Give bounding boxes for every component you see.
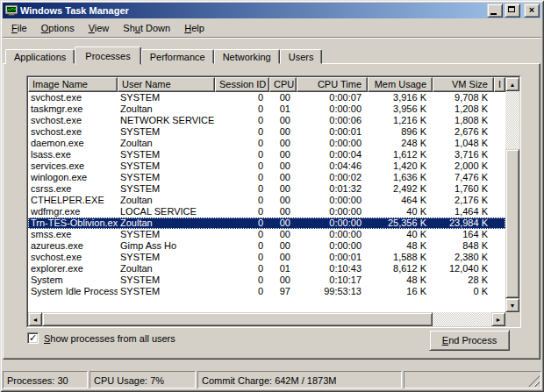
table-cell: 0:00:04 bbox=[297, 149, 368, 160]
menu-view-accel: V bbox=[89, 23, 95, 33]
table-row[interactable]: svchost.exeSYSTEM0000:00:01896 K2,676 K bbox=[28, 126, 505, 138]
table-cell: Zoultan bbox=[118, 263, 215, 274]
table-row[interactable]: SystemSYSTEM0000:10:1748 K28 K bbox=[28, 274, 505, 286]
scroll-right-button[interactable]: ► bbox=[491, 312, 505, 326]
column-header-session-id[interactable]: Session ID bbox=[215, 77, 269, 92]
table-row[interactable]: csrss.exeSYSTEM0000:01:322,492 K1,760 K bbox=[28, 183, 505, 195]
show-all-users-checkbox[interactable]: ✓ bbox=[27, 332, 39, 344]
table-cell: Gimp Ass Ho bbox=[118, 240, 215, 252]
column-header-image-name[interactable]: Image Name bbox=[28, 77, 118, 92]
column-header-mem-usage[interactable]: Mem Usage bbox=[368, 77, 433, 92]
horizontal-scrollbar[interactable]: ◄ ► bbox=[28, 312, 505, 326]
status-cpu-usage: CPU Usage: 7% bbox=[89, 371, 196, 388]
column-header-user-name[interactable]: User Name bbox=[118, 77, 215, 92]
table-cell: 0 bbox=[215, 126, 269, 138]
table-cell: services.exe bbox=[28, 160, 118, 172]
table-cell bbox=[494, 126, 505, 138]
table-row[interactable]: svchost.exeSYSTEM0000:00:073,916 K9,708 … bbox=[28, 92, 505, 103]
menu-options[interactable]: Options bbox=[34, 21, 82, 35]
table-row[interactable]: CTHELPER.EXEZoultan0000:00:00464 K2,176 … bbox=[28, 195, 505, 206]
table-cell: 248 K bbox=[368, 138, 433, 149]
table-row[interactable]: daemon.exeZoultan0000:00:00248 K1,048 K bbox=[28, 138, 505, 149]
table-cell: 0:00:00 bbox=[297, 217, 368, 229]
menu-file[interactable]: File bbox=[4, 21, 34, 35]
table-cell: 0 bbox=[215, 92, 269, 103]
tab-users[interactable]: Users bbox=[280, 49, 323, 64]
table-cell: 1,588 K bbox=[368, 252, 433, 263]
table-row[interactable]: taskmgr.exeZoultan0010:00:003,956 K1,208… bbox=[28, 103, 505, 115]
table-row[interactable]: wdfmgr.exeLOCAL SERVICE0000:00:0040 K1,4… bbox=[28, 206, 505, 217]
table-cell: 00 bbox=[269, 183, 297, 195]
menu-view-rest: iew bbox=[95, 23, 110, 33]
tab-processes[interactable]: Processes bbox=[75, 46, 140, 65]
table-cell: 0 bbox=[215, 263, 269, 274]
resize-grip-icon[interactable] bbox=[528, 375, 540, 387]
table-cell: 1,464 K bbox=[433, 206, 494, 217]
table-cell: 0:10:17 bbox=[297, 274, 368, 286]
column-header-cpu-time[interactable]: CPU Time bbox=[297, 77, 368, 92]
table-row[interactable]: explorer.exeZoultan0010:10:438,612 K12,0… bbox=[28, 263, 505, 274]
arrow-up-icon: ▲ bbox=[510, 82, 516, 88]
table-body: svchost.exeSYSTEM0000:00:073,916 K9,708 … bbox=[28, 92, 505, 312]
title-bar: Windows Task Manager × bbox=[3, 3, 541, 18]
table-cell bbox=[494, 229, 505, 240]
table-row[interactable]: svchost.exeNETWORK SERVICE0000:00:061,21… bbox=[28, 115, 505, 126]
task-manager-window: Windows Task Manager × File Options View… bbox=[0, 0, 544, 392]
menu-help[interactable]: Help bbox=[177, 21, 211, 35]
tab-strip: Applications Processes Performance Netwo… bbox=[5, 46, 322, 64]
table-row[interactable]: azureus.exeGimp Ass Ho0000:00:0048 K848 … bbox=[28, 240, 505, 252]
table-cell: 0 K bbox=[433, 286, 494, 297]
table-row[interactable]: lsass.exeSYSTEM0000:00:041,612 K3,716 K bbox=[28, 149, 505, 160]
table-cell: 1,420 K bbox=[368, 160, 433, 172]
process-list-inner: Image NameUser NameSession IDCPUCPU Time… bbox=[27, 76, 520, 327]
close-button[interactable]: × bbox=[524, 4, 540, 18]
table-cell: 3,716 K bbox=[433, 149, 494, 160]
table-row[interactable]: svchost.exeSYSTEM0000:00:011,588 K2,380 … bbox=[28, 252, 505, 263]
table-cell: 0:01:32 bbox=[297, 183, 368, 195]
table-row[interactable]: System Idle ProcessSYSTEM09799:53:1316 K… bbox=[28, 286, 505, 297]
task-manager-icon[interactable] bbox=[5, 4, 18, 17]
table-cell: 0:04:46 bbox=[297, 160, 368, 172]
table-cell: 00 bbox=[269, 126, 297, 138]
tab-applications[interactable]: Applications bbox=[5, 49, 75, 64]
vertical-scrollbar[interactable]: ▲ ▼ bbox=[505, 77, 519, 312]
table-cell: explorer.exe bbox=[28, 263, 118, 274]
menu-options-rest: ptions bbox=[48, 23, 74, 33]
table-cell: 00 bbox=[269, 229, 297, 240]
table-cell: SYSTEM bbox=[118, 149, 215, 160]
table-cell bbox=[494, 183, 505, 195]
minimize-button[interactable] bbox=[487, 4, 503, 18]
end-process-button[interactable]: End Process bbox=[429, 330, 510, 351]
table-row[interactable]: winlogon.exeSYSTEM0000:00:021,636 K7,476… bbox=[28, 172, 505, 183]
table-header: Image NameUser NameSession IDCPUCPU Time… bbox=[28, 77, 505, 92]
menu-shutdown[interactable]: Shut Down bbox=[116, 21, 177, 35]
table-cell bbox=[494, 92, 505, 103]
tab-networking[interactable]: Networking bbox=[214, 49, 280, 64]
process-list-client: Image NameUser NameSession IDCPUCPU Time… bbox=[28, 77, 505, 312]
table-cell: 01 bbox=[269, 103, 297, 115]
table-cell: 25,356 K bbox=[368, 217, 433, 229]
vertical-scrollbar-thumb[interactable] bbox=[505, 149, 519, 298]
column-header-i[interactable]: I bbox=[494, 77, 505, 92]
table-cell: 9,708 K bbox=[433, 92, 494, 103]
scroll-up-button[interactable]: ▲ bbox=[505, 77, 519, 91]
table-row[interactable]: smss.exeSYSTEM0000:00:0040 K164 K bbox=[28, 229, 505, 240]
table-cell: 8,612 K bbox=[368, 263, 433, 274]
menu-file-accel: F bbox=[11, 23, 18, 33]
horizontal-scrollbar-thumb[interactable] bbox=[42, 312, 433, 326]
column-header-cpu[interactable]: CPU bbox=[269, 77, 297, 92]
scroll-down-button[interactable]: ▼ bbox=[505, 298, 519, 312]
tab-performance[interactable]: Performance bbox=[141, 49, 214, 64]
table-cell: 1,208 K bbox=[433, 103, 494, 115]
end-process-label: End Process bbox=[442, 335, 497, 346]
table-cell: taskmgr.exe bbox=[28, 103, 118, 115]
menu-view[interactable]: View bbox=[82, 21, 117, 35]
maximize-button[interactable] bbox=[505, 4, 520, 18]
check-icon: ✓ bbox=[29, 333, 37, 343]
table-row[interactable]: Trn-TES-Oblivion.exeZoultan0000:00:0025,… bbox=[28, 217, 505, 229]
table-row[interactable]: services.exeSYSTEM0000:04:461,420 K2,000… bbox=[28, 160, 505, 172]
table-cell: 00 bbox=[269, 217, 297, 229]
column-header-vm-size[interactable]: VM Size bbox=[433, 77, 494, 92]
table-cell: 2,000 K bbox=[433, 160, 494, 172]
scroll-left-button[interactable]: ◄ bbox=[28, 312, 42, 326]
